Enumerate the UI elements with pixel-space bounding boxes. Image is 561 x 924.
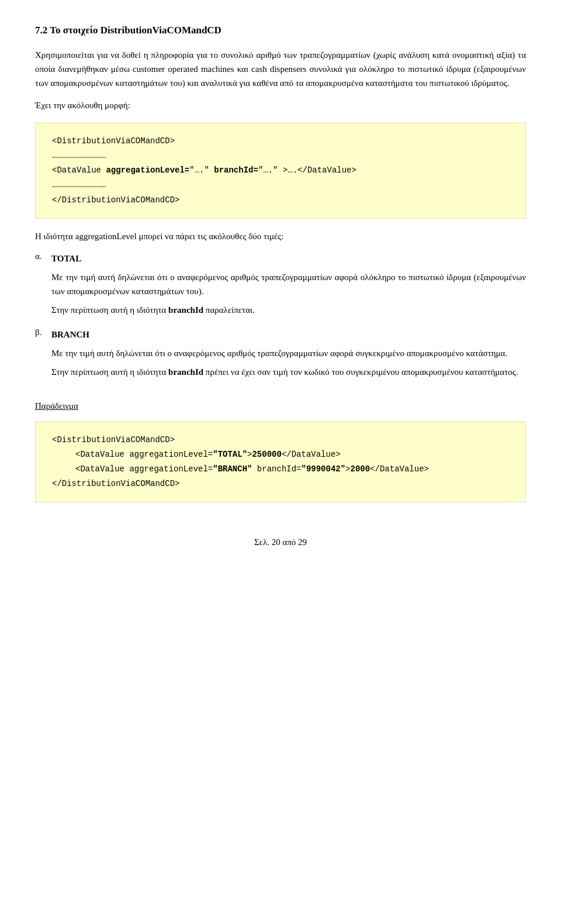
page-footer: Σελ. 20 από 29: [35, 537, 526, 547]
section-title: 7.2 Το στοιχείο DistributionViaCOMandCD: [35, 23, 526, 37]
code-line-1: <DistributionViaCOMandCD>: [52, 134, 509, 149]
item-alpha-para2: Στην περίπτωση αυτή η ιδιότητα branchId …: [51, 303, 526, 317]
code2-line2: <DataValue aggregationLevel="TOTAL">2500…: [75, 447, 509, 462]
code-post: >….</DataValue>: [283, 166, 356, 175]
list-label-beta: β.: [35, 327, 51, 337]
list-item-alpha: α. TOTAL Με την τιμή αυτή δηλώνεται ότι …: [35, 251, 526, 322]
intro-paragraph: Χρησιμοποιείται για να δοθεί η πληροφορί…: [35, 48, 526, 90]
list-item-beta: β. BRANCH Με την τιμή αυτή δηλώνεται ότι…: [35, 327, 526, 384]
code-line-5: </DistributionViaCOMandCD>: [52, 193, 509, 208]
item-alpha-para1: Με την τιμή αυτή δηλώνεται ότι ο αναφερό…: [51, 270, 526, 298]
code2-branch-mid: branchId=: [252, 464, 301, 474]
item-beta-title: BRANCH: [51, 330, 89, 339]
code-line-4: ……………………………: [52, 178, 509, 192]
code-datavalue-tag: <DataValue: [52, 166, 106, 175]
code2-datavalue-total-pre: <DataValue aggregationLevel=: [75, 450, 213, 459]
aggregation-intro: Η ιδιότητα aggregationLevel μπορεί να πά…: [35, 229, 526, 243]
example-label: Παράδειγμα: [35, 401, 526, 411]
list-content-beta: BRANCH Με την τιμή αυτή δηλώνεται ότι ο …: [51, 327, 526, 384]
page-content: 7.2 Το στοιχείο DistributionViaCOMandCD …: [35, 23, 526, 502]
branchid-bold-alpha: branchId: [168, 305, 203, 315]
code-block-1: <DistributionViaCOMandCD> …………………………… <D…: [35, 123, 526, 219]
code-attr2: branchId=: [209, 166, 258, 175]
footer-text: Σελ. 20 από 29: [254, 537, 307, 547]
code-line-3: <DataValue aggregationLevel="…." branchI…: [52, 163, 509, 178]
list-label-alpha: α.: [35, 251, 51, 261]
code2-branch-end: </DataValue>: [370, 464, 429, 474]
list-content-alpha: TOTAL Με την τιμή αυτή δηλώνεται ότι ο α…: [51, 251, 526, 322]
code2-total-value: 250000: [252, 450, 281, 459]
form-intro: Έχει την ακόλουθη μορφή:: [35, 98, 526, 112]
code2-line3: <DataValue aggregationLevel="BRANCH" bra…: [75, 462, 509, 477]
code-line-2: ……………………………: [52, 149, 509, 163]
code2-branch-attr: "BRANCH": [213, 464, 252, 474]
code2-total-attr: "TOTAL": [213, 450, 247, 459]
code2-line4: </DistributionViaCOMandCD>: [52, 477, 509, 491]
item-beta-para1: Με την τιμή αυτή δηλώνεται ότι ο αναφερό…: [51, 346, 526, 360]
item-alpha-title: TOTAL: [51, 254, 81, 263]
code2-branch-value: 2000: [351, 464, 370, 474]
code2-datavalue-branch-pre: <DataValue aggregationLevel=: [75, 464, 213, 474]
code-val2: "….": [258, 166, 283, 175]
code2-branch-post: >: [345, 464, 350, 474]
branchid-bold-beta: branchId: [168, 367, 203, 377]
code-attr1: aggregationLevel=: [106, 166, 189, 175]
item-beta-para2: Στην περίπτωση αυτή η ιδιότητα branchId …: [51, 365, 526, 379]
code-val1: "….": [189, 166, 209, 175]
code2-total-end: </DataValue>: [282, 450, 341, 459]
code2-line1: <DistributionViaCOMandCD>: [52, 433, 509, 447]
code2-branch-attr2: "9990042": [301, 464, 345, 474]
code-block-2: <DistributionViaCOMandCD> <DataValue agg…: [35, 422, 526, 503]
